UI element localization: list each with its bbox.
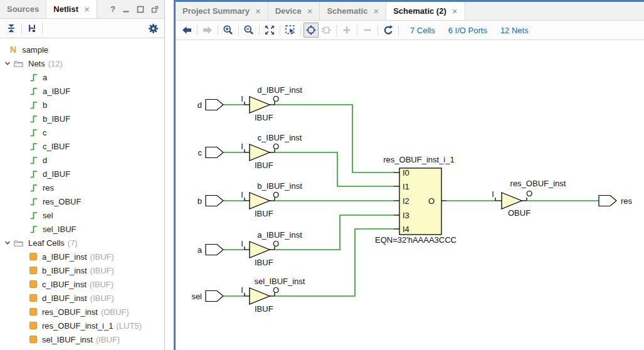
schematic-drawing: dd_IBUF_instIBUFIOcc_IBUF_instIBUFIObb_I… (176, 40, 644, 349)
tree-item-label: c (43, 128, 47, 137)
close-icon[interactable]: × (452, 6, 458, 16)
cell-icon (29, 280, 37, 288)
tree-item-a-ibuf-inst[interactable]: a_IBUF_inst(IBUF) (0, 250, 164, 263)
pin-label-in: I2 (403, 196, 409, 206)
tab-schematic[interactable]: Schematic × (320, 2, 386, 20)
zoom-out-icon[interactable] (241, 23, 256, 38)
forward-arrow-icon[interactable] (200, 23, 215, 38)
schematic-canvas[interactable]: dd_IBUF_instIBUFIOcc_IBUF_instIBUFIObb_I… (176, 40, 644, 349)
expand-hierarchy-icon[interactable] (24, 21, 40, 36)
tab-label: Schematic (2) (393, 6, 446, 16)
cell-icon (29, 294, 37, 302)
input-port-sel[interactable] (206, 291, 223, 302)
minimize-icon[interactable] (122, 6, 130, 13)
tree-item-d[interactable]: d (0, 153, 164, 167)
cell-a_IBUF_inst[interactable] (250, 241, 270, 258)
float-icon[interactable] (151, 6, 159, 13)
tree-item-d-ibuf[interactable]: d_IBUF (0, 167, 164, 181)
tree-item-res-obuf-inst[interactable]: res_OBUF_inst(OBUF) (0, 305, 164, 319)
cell-c_IBUF_inst[interactable] (250, 144, 270, 161)
close-icon[interactable]: × (255, 6, 261, 16)
instance-label: res_OBUF_inst (510, 179, 566, 188)
tree-item-b-ibuf-inst[interactable]: b_IBUF_inst(IBUF) (0, 263, 164, 277)
tree-item-d-ibuf-inst[interactable]: d_IBUF_inst(IBUF) (0, 291, 164, 305)
input-port-a[interactable] (206, 245, 223, 255)
input-port-c[interactable] (206, 147, 223, 158)
pin-label-in: I (241, 239, 243, 248)
chevron-down-icon[interactable] (4, 60, 14, 66)
instance-label: res_OBUF_inst_i_1 (383, 155, 454, 164)
tree-item-label: c_IBUF_inst (42, 280, 87, 289)
tree-item-label: Leaf Cells (28, 238, 65, 248)
collapse-all-icon[interactable] (4, 21, 19, 36)
tree-item-suffix: (IBUF) (90, 252, 114, 262)
settings-gear-icon[interactable] (145, 21, 161, 36)
tree-item-suffix: (IBUF) (90, 280, 113, 289)
cell-res_OBUF_inst[interactable] (502, 193, 522, 209)
tree-item-b-ibuf[interactable]: b_IBUF (0, 112, 164, 125)
cell-sel_IBUF_inst[interactable] (250, 288, 270, 304)
tree-item-sel[interactable]: sel (0, 208, 164, 222)
tab-sources-label: Sources (7, 4, 39, 14)
add-icon[interactable] (339, 23, 354, 38)
help-icon[interactable]: ? (110, 4, 115, 14)
net-icon (29, 183, 38, 193)
maximize-icon[interactable] (137, 6, 144, 13)
tree-item-nets[interactable]: Nets(12) (0, 56, 164, 70)
expand-cone-icon[interactable] (319, 23, 334, 38)
tree-item-suffix: (OBUF) (101, 307, 129, 317)
close-icon[interactable]: × (373, 6, 379, 16)
nets-link[interactable]: 12 Nets (500, 26, 529, 35)
netlist-pane: Sources Netlist × ? (0, 0, 165, 350)
tree-item-label: b_IBUF_inst (42, 266, 87, 275)
pin-label-in: I (241, 94, 243, 103)
tree-item-a[interactable]: a (0, 70, 164, 84)
tree-item-res-obuf[interactable]: res_OBUF (0, 194, 164, 208)
cells-link[interactable]: 7 Cells (410, 26, 435, 35)
back-arrow-icon[interactable] (179, 23, 194, 38)
input-port-d[interactable] (206, 100, 223, 110)
tree-item-label: res_OBUF_inst (42, 307, 98, 317)
tree-item-a-ibuf[interactable]: a_IBUF (0, 84, 164, 98)
tree-item-c[interactable]: c (0, 125, 164, 139)
cell-b_IBUF_inst[interactable] (250, 193, 270, 209)
pin-label-in: I (241, 285, 243, 295)
tree-item-label: Nets (28, 59, 45, 68)
port-label: sel (191, 292, 202, 301)
autofit-selection-icon[interactable] (304, 23, 319, 38)
tree-item-leaf-cells[interactable]: Leaf Cells(7) (0, 236, 164, 250)
zoom-in-icon[interactable] (221, 23, 236, 38)
cell-type-label: IBUF (255, 258, 273, 267)
tab-device[interactable]: Device × (268, 2, 320, 20)
tree-item-res-obuf-inst-i-1[interactable]: res_OBUF_inst_i_1(LUT5) (0, 319, 164, 332)
output-port-res[interactable] (599, 196, 616, 206)
remove-icon[interactable] (360, 23, 375, 38)
chevron-down-icon[interactable] (4, 240, 14, 246)
tree-item-res[interactable]: res (0, 181, 164, 194)
tab-sources[interactable]: Sources (0, 0, 46, 18)
tab-label: Schematic (327, 6, 367, 16)
vivado-window: { "glyphs": { "close": "×", "help": "?" … (0, 0, 644, 350)
pin-label-in: I (241, 142, 243, 151)
net-icon (29, 169, 38, 179)
tab-project-summary[interactable]: Project Summary × (176, 2, 268, 20)
tree-item-sel-ibuf-inst[interactable]: sel_IBUF_inst(IBUF) (0, 332, 164, 346)
input-port-b[interactable] (206, 196, 223, 206)
cell-d_IBUF_inst[interactable] (250, 97, 270, 113)
netlist-toolbar (0, 19, 164, 38)
tree-item-c-ibuf-inst[interactable]: c_IBUF_inst(IBUF) (0, 277, 164, 291)
select-area-icon[interactable] (283, 23, 298, 38)
regenerate-icon[interactable] (381, 23, 396, 38)
tree-item-sel-ibuf[interactable]: sel_IBUF (0, 222, 164, 236)
tab-netlist[interactable]: Netlist × (46, 0, 97, 18)
close-icon[interactable]: × (307, 6, 313, 16)
tree-item-label: d_IBUF_inst (42, 294, 87, 303)
close-icon[interactable]: × (84, 4, 90, 14)
tree-item-sample[interactable]: Nsample (0, 43, 164, 56)
tree-item-c-ibuf[interactable]: c_IBUF (0, 139, 164, 153)
tree-item-suffix: (IBUF) (90, 294, 114, 303)
io-ports-link[interactable]: 6 I/O Ports (448, 26, 487, 35)
tree-item-b[interactable]: b (0, 98, 164, 112)
tab-schematic-2[interactable]: Schematic (2) × (386, 2, 465, 20)
zoom-fit-icon[interactable] (262, 23, 277, 38)
